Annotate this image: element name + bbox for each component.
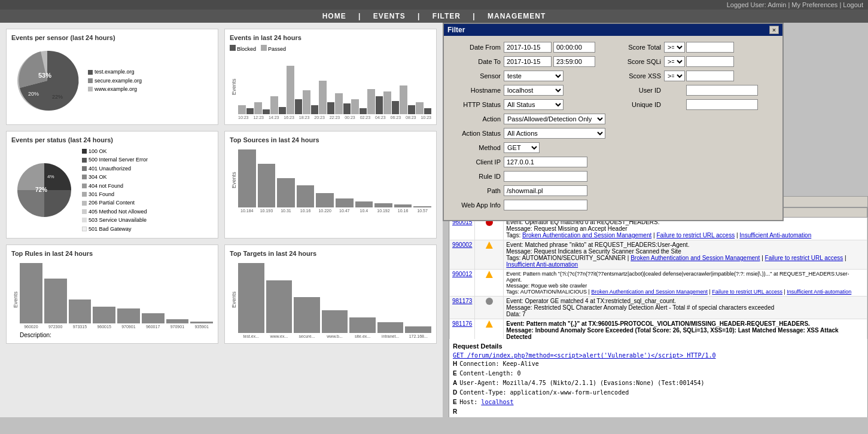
nav-home[interactable]: HOME bbox=[322, 12, 346, 20]
score-sqli-op[interactable]: >=>=< bbox=[664, 56, 685, 67]
chart-sensor-title: Events per sensor (last 24 hours) bbox=[11, 34, 213, 41]
rules-match-section: ID Severity Message 960015 Event: Operat… bbox=[449, 207, 867, 339]
filter-action-row: Action Pass/Allowed/Detection Only bbox=[450, 114, 607, 124]
rule-message-990012: Event: Pattern match "(?i:(?c(?7n(?7it(?… bbox=[504, 270, 867, 297]
filter-title-bar: Filter × bbox=[444, 24, 782, 36]
events-24h-x-labels: 10:2312:2314:2316:2318:2320:2322:2300:23… bbox=[238, 115, 431, 120]
chart-events-24h: Events in last 24 hours Blocked Passed E… bbox=[224, 29, 437, 125]
top-sources-bars-wrapper: 10.184 10.193 10.31 10.16 10.220 10.47 1… bbox=[238, 147, 431, 213]
pie-status-svg: 72% 4% bbox=[11, 157, 77, 223]
chart-events-per-sensor: Events per sensor (last 24 hours) 53% 20… bbox=[6, 29, 218, 125]
score-sqli-input[interactable] bbox=[686, 56, 734, 67]
http-status-select[interactable]: All Status bbox=[504, 99, 564, 110]
filter-sensor-row: Sensor teste bbox=[450, 71, 607, 81]
svg-text:20%: 20% bbox=[28, 91, 39, 97]
path-input[interactable] bbox=[504, 185, 587, 196]
nav-sep1: | bbox=[358, 12, 364, 20]
chart-top-targets: Top Targets in last 24 hours Events bbox=[224, 244, 437, 344]
filter-hostname-row: Hostname localhost bbox=[450, 85, 607, 96]
rules-table: ID Severity Message 960015 Event: Operat… bbox=[449, 207, 867, 339]
request-details-section: Request Details GET /forum/index.php?met… bbox=[449, 339, 867, 417]
time-to-input[interactable] bbox=[553, 56, 595, 67]
severity-pass-icon bbox=[486, 298, 493, 305]
score-xss-label: Score XSS bbox=[619, 72, 661, 80]
request-headers-container: HEADER Connection: Keep-Alive Content-Le… bbox=[453, 359, 864, 417]
request-url-link[interactable]: GET /forum/index.php?method=<script>aler… bbox=[453, 352, 716, 359]
date-from-input[interactable] bbox=[504, 42, 552, 53]
request-details-title: Request Details bbox=[453, 343, 864, 350]
severity-warn-icon bbox=[486, 242, 493, 249]
rule-id-link-981173[interactable]: 981173 bbox=[452, 298, 472, 304]
user-id-label: User ID bbox=[619, 87, 661, 94]
hostname-select[interactable]: localhost bbox=[504, 85, 564, 96]
top-rules-title: Top Rules in last 24 hours bbox=[11, 250, 213, 257]
top-targets-y-label: Events bbox=[230, 261, 238, 338]
svg-text:53%: 53% bbox=[38, 72, 51, 79]
nav-filter[interactable]: FILTER bbox=[433, 12, 461, 20]
client-ip-input[interactable] bbox=[504, 157, 587, 167]
method-select[interactable]: GET POST PUT DELETE bbox=[504, 142, 540, 153]
pie-status-area: 72% 4% 100 OK 500 Internal Server Error … bbox=[11, 147, 213, 233]
logged-user-text: Logged User: Admin | My Preferences | Lo… bbox=[727, 1, 863, 8]
table-row: 990002 Event: Matched phrase "nikto" at … bbox=[450, 240, 867, 270]
time-from-input[interactable] bbox=[553, 42, 595, 53]
header-content-type: Content-Type: application/x-www-form-url… bbox=[459, 388, 864, 398]
header-user-agent: User-Agent: Mozilla/4.75 (Nikto/2.1.1) (… bbox=[459, 378, 864, 388]
filter-webapp-row: Web App Info bbox=[450, 200, 607, 210]
client-ip-label: Client IP bbox=[450, 158, 501, 166]
rule-id-link-981176[interactable]: 981176 bbox=[452, 320, 472, 327]
severity-warn-icon-3 bbox=[486, 320, 493, 328]
pie-sensor-legend: test.example.org secure.example.org www.… bbox=[88, 68, 142, 93]
severity-warn-icon-2 bbox=[486, 271, 493, 278]
left-panel: Events per sensor (last 24 hours) 53% 20… bbox=[0, 23, 443, 417]
action-status-select[interactable]: All Actions bbox=[504, 128, 605, 139]
action-select[interactable]: Pass/Allowed/Detection Only bbox=[504, 114, 605, 124]
http-status-label: HTTP Status bbox=[450, 101, 501, 108]
nav-management[interactable]: MANAGEMENT bbox=[488, 12, 546, 20]
events-24h-bars-wrapper: 10:2312:2314:2316:2318:2320:2322:2300:23… bbox=[238, 54, 431, 120]
rule-id-link-990002[interactable]: 990002 bbox=[452, 242, 472, 248]
filter-date-to-row: Date To bbox=[450, 56, 607, 67]
method-label: Method bbox=[450, 144, 501, 151]
filter-section: Date From Date To Sensor bbox=[450, 42, 776, 214]
sensor-select[interactable]: teste bbox=[504, 71, 564, 81]
nav-bar: HOME | EVENTS | FILTER | MANAGEMENT bbox=[0, 10, 868, 23]
top-targets-chart: Events test.ex... bbox=[230, 261, 431, 338]
host-link[interactable]: localhost bbox=[481, 399, 513, 405]
top-rules-bars bbox=[20, 261, 213, 323]
score-xss-input[interactable] bbox=[686, 71, 734, 81]
filter-unique-id-row: Unique ID bbox=[619, 99, 776, 110]
rule-id-input[interactable] bbox=[504, 171, 587, 182]
score-xss-op[interactable]: >=>=< bbox=[664, 71, 685, 81]
main-container: Events per sensor (last 24 hours) 53% 20… bbox=[0, 23, 868, 417]
filter-http-status-row: HTTP Status All Status bbox=[450, 99, 607, 110]
top-sources-y-label: Events bbox=[230, 147, 238, 213]
chart-status-title: Events per status (last 24 hours) bbox=[11, 136, 213, 143]
request-line: GET /forum/index.php?method=<script>aler… bbox=[453, 352, 864, 359]
rule-id-link-990012[interactable]: 990012 bbox=[452, 271, 472, 277]
date-to-input[interactable] bbox=[504, 56, 552, 67]
filter-rule-id-row: Rule ID bbox=[450, 171, 607, 182]
webapp-input[interactable] bbox=[504, 200, 587, 210]
unique-id-input[interactable] bbox=[686, 99, 758, 110]
pie-status-legend: 100 OK 500 Internal Server Error 401 Una… bbox=[82, 147, 148, 233]
filter-path-row: Path bbox=[450, 185, 607, 196]
pie-sensor-area: 53% 20% 22% test.example.org secure.exam… bbox=[11, 45, 213, 117]
hostname-label: Hostname bbox=[450, 87, 501, 94]
nav-events[interactable]: EVENTS bbox=[373, 12, 406, 20]
description-label: Description: bbox=[20, 332, 213, 338]
header-values: Connection: Keep-Alive Content-Length: 0… bbox=[459, 359, 864, 417]
filter-score-xss-row: Score XSS >=>=< bbox=[619, 71, 776, 81]
filter-action-status-row: Action Status All Actions bbox=[450, 128, 607, 139]
score-total-op[interactable]: >=>=< bbox=[664, 42, 685, 53]
score-total-input[interactable] bbox=[686, 42, 734, 53]
score-sqli-label: Score SQLi bbox=[619, 58, 661, 65]
user-id-input[interactable] bbox=[686, 85, 758, 96]
filter-close-button[interactable]: × bbox=[769, 26, 779, 34]
top-rules-y-label: Events bbox=[11, 261, 20, 338]
filter-score-sqli-row: Score SQLi >=>=< bbox=[619, 56, 776, 67]
filter-dialog: Filter × Date From Date bbox=[443, 23, 784, 221]
date-from-label: Date From bbox=[450, 44, 501, 51]
top-sources-bars bbox=[238, 147, 431, 207]
top-sources-chart: Events bbox=[230, 147, 431, 213]
